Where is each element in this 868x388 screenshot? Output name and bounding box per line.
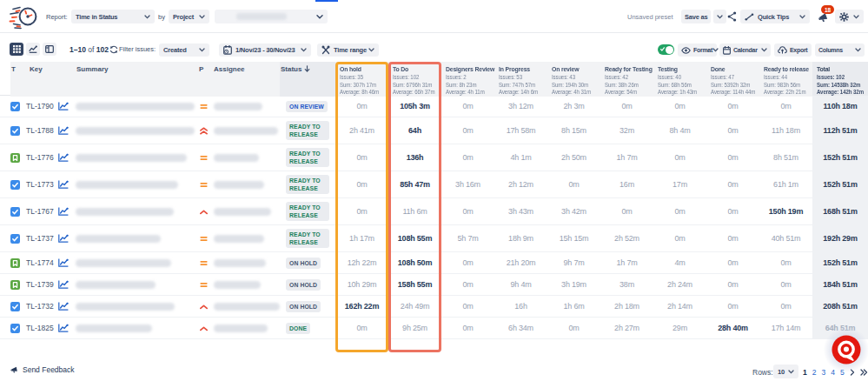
share-icon[interactable] [726, 10, 738, 23]
column-header-to-do[interactable]: To DoIssues: 102Sum: 6796h 31mAverage: 6… [388, 62, 441, 97]
time-range-button[interactable]: Time range [317, 43, 379, 57]
columns-button[interactable]: Columns [815, 43, 865, 57]
format-button[interactable]: Format [678, 43, 717, 57]
send-feedback-button[interactable]: Send Feedback [10, 365, 75, 374]
toolbar: 1–10 of 102 Filter issues: Created [0, 33, 868, 62]
count-of: of [88, 45, 94, 54]
time-value: 0m [780, 102, 791, 110]
column-header-key[interactable]: Key [26, 62, 76, 97]
priority-cell [195, 171, 213, 197]
issue-chart-icon[interactable] [58, 153, 69, 162]
time-value: 105h 3m [400, 102, 430, 110]
save-options-chevron-button[interactable] [713, 10, 726, 23]
issue-chart-icon[interactable] [58, 302, 69, 311]
total-value: 112h 51m [824, 126, 858, 135]
chart-view-button[interactable] [26, 43, 40, 56]
story-type-icon [10, 153, 20, 163]
column-header-ready-to-release[interactable]: Ready to releaseIssues: 44Sum: 983h 56mA… [759, 62, 812, 97]
issue-key[interactable]: TL-1739 [26, 280, 54, 289]
column-header-summary[interactable]: Summary [76, 62, 195, 97]
time-value: 3h 19m [561, 280, 586, 289]
issue-key[interactable]: TL-1773 [26, 180, 54, 189]
refresh-icon[interactable] [109, 44, 118, 54]
issue-key[interactable]: TL-1790 [26, 102, 54, 110]
issue-chart-icon[interactable] [58, 102, 69, 110]
status-column-stat: Issues: 47 [711, 74, 753, 82]
calendar-clock-icon [223, 45, 232, 55]
total-value: 152h 51m [823, 258, 857, 267]
time-value: 0m [780, 302, 791, 311]
save-as-button[interactable]: Save as [681, 10, 711, 23]
issue-chart-icon[interactable] [58, 207, 69, 216]
column-header-done[interactable]: DoneIssues: 47Sum: 5392h 32mAverage: 114… [706, 62, 759, 97]
status-cell: READY TO RELEASE [280, 144, 335, 171]
rows-per-page-dropdown[interactable]: 10 [773, 365, 798, 378]
issue-chart-icon[interactable] [58, 324, 69, 332]
summary-cell [76, 318, 195, 338]
support-chat-widget[interactable] [827, 331, 865, 369]
issue-key[interactable]: TL-1788 [26, 126, 54, 135]
column-header-label: Assignee [214, 65, 245, 73]
issue-key[interactable]: TL-1737 [26, 234, 54, 243]
issue-chart-icon[interactable] [58, 280, 69, 289]
board-view-button[interactable] [43, 43, 56, 56]
priority-cell [195, 318, 213, 338]
column-header-t[interactable]: T [10, 62, 26, 97]
last-page-icon[interactable] [860, 369, 868, 376]
time-value: 15h 15m [560, 234, 589, 243]
issue-chart-icon[interactable] [58, 258, 69, 267]
export-button[interactable]: Export [774, 43, 812, 57]
issue-key[interactable]: TL-1767 [26, 207, 54, 216]
time-value-cell: 0m [441, 117, 494, 144]
group-by-dropdown[interactable]: Project [169, 10, 209, 23]
quick-tips-label: Quick Tips [758, 13, 789, 21]
issue-chart-icon[interactable] [58, 180, 69, 189]
total-value: 110h 18m [824, 102, 858, 110]
assignee-cell [213, 274, 280, 295]
issue-type-cell [10, 117, 26, 144]
column-header-p[interactable]: P [195, 62, 213, 97]
column-header-designers-review[interactable]: Designers ReviewIssues: 2Sum: 8h 23mAver… [441, 62, 494, 97]
filter-issues-dropdown[interactable]: Created [159, 43, 209, 57]
time-value: 2h 52m [614, 234, 639, 243]
status-column-title: In Progress [499, 65, 539, 74]
settings-button[interactable] [835, 10, 864, 23]
report-type-dropdown[interactable]: Time in Status [71, 10, 155, 23]
table-view-button[interactable] [10, 43, 23, 56]
summary-cell [76, 198, 195, 224]
status-cell: ON HOLD [280, 252, 335, 273]
column-header-testing[interactable]: TestingIssues: 40Sum: 68h 56mAverage: 1h… [653, 62, 706, 97]
issue-key[interactable]: TL-1732 [26, 302, 54, 311]
column-header-assignee[interactable]: Assignee [213, 62, 280, 97]
column-header-status[interactable]: Status [280, 62, 335, 97]
time-value: 0m [727, 126, 738, 135]
page-link-3[interactable]: 3 [821, 368, 825, 377]
issue-key[interactable]: TL-1776 [26, 153, 54, 162]
column-header-total[interactable]: TotalIssues: 102Sum: 14538h 32mAverage: … [812, 62, 868, 97]
page-link-1[interactable]: 1 [803, 368, 807, 377]
status-column-stat: Sum: 194h 30m [552, 82, 594, 90]
group-by-value: Project [173, 13, 194, 21]
priority-medium-icon [200, 282, 208, 288]
highlight-toggle[interactable] [658, 44, 674, 55]
issue-key[interactable]: TL-1825 [26, 324, 54, 332]
date-range-picker[interactable]: 1/Nov/23 - 30/Nov/23 [219, 43, 311, 57]
issue-chart-icon[interactable] [58, 126, 69, 135]
calendar-button[interactable]: Calendar [719, 43, 771, 57]
gear-icon [839, 12, 849, 22]
filter-issues-label: Filter issues: [119, 43, 156, 56]
issue-chart-icon[interactable] [58, 234, 69, 243]
page-link-2[interactable]: 2 [812, 368, 817, 377]
column-header-in-progress[interactable]: In ProgressIssues: 53Sum: 747h 57mAverag… [494, 62, 547, 97]
project-select-dropdown[interactable] [215, 10, 328, 23]
column-header-on-review[interactable]: On reviewIssues: 43Sum: 194h 30mAverage:… [547, 62, 600, 97]
quick-tips-button[interactable]: Quick Tips [740, 10, 810, 23]
issue-key-cell: TL-1774 [26, 252, 76, 273]
status-cell: READY TO RELEASE [280, 198, 335, 224]
column-header-ready-for-testing[interactable]: Ready for TestingIssues: 42Sum: 38h 26mA… [600, 62, 653, 97]
column-header-on-hold[interactable]: On holdIssues: 35Sum: 307h 17mAverage: 8… [335, 62, 388, 97]
time-value-cell: 0m [653, 96, 706, 117]
time-value: 0m [727, 280, 738, 289]
table-row: TL-1825DONE0m9h 25m0m6h 34m0m2h 27m29m28… [0, 318, 868, 339]
issue-key[interactable]: TL-1774 [26, 258, 54, 267]
